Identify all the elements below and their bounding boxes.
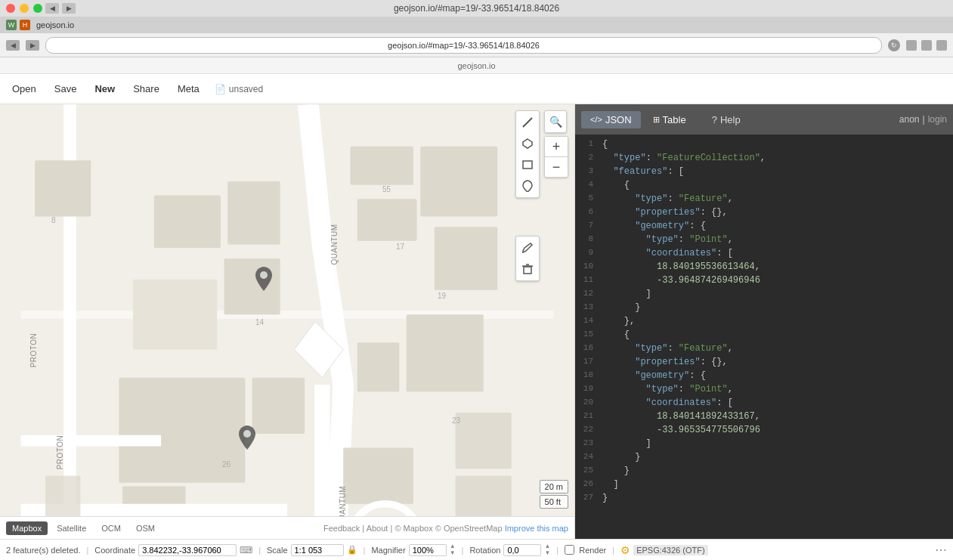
tab-satellite[interactable]: Satellite <box>51 521 92 535</box>
rotation-section: Rotation ▲ ▼ <box>469 543 550 556</box>
svg-rect-2 <box>35 160 91 216</box>
about-link[interactable]: About <box>367 524 388 533</box>
scale-bar-20m: 20 m <box>540 480 568 493</box>
help-icon: ? <box>712 114 717 125</box>
coordinate-icon: ⌨ <box>240 545 252 555</box>
json-line-5: 5 "type": "Feature", <box>575 192 953 206</box>
magnifier-up[interactable]: ▲ <box>450 543 456 549</box>
draw-tools <box>515 110 540 198</box>
login-link[interactable]: login <box>928 114 947 125</box>
map-num-8: 8 <box>51 216 56 224</box>
rotation-input[interactable] <box>503 544 541 556</box>
json-line-18: 18 "geometry": { <box>575 369 953 382</box>
draw-rectangle-button[interactable] <box>518 155 537 175</box>
map-bottom-bar: Mapbox Satellite OCM OSM Feedback | Abou… <box>0 516 574 539</box>
tab-table[interactable]: ⊞ Table <box>644 111 695 128</box>
minimize-button[interactable] <box>20 4 29 13</box>
tab-osm[interactable]: OSM <box>130 521 161 535</box>
magnifier-arrows[interactable]: ▲ ▼ <box>450 543 456 556</box>
json-line-21: 21 18.840141892433167, <box>575 410 953 423</box>
zoom-out-button[interactable]: − <box>545 157 568 177</box>
lock-icon: 🔒 <box>347 545 357 555</box>
magnifier-down[interactable]: ▼ <box>450 550 456 556</box>
download-icon[interactable] <box>921 40 932 51</box>
scale-input[interactable] <box>291 544 344 556</box>
maximize-button[interactable] <box>33 4 42 13</box>
window-controls[interactable] <box>6 4 42 13</box>
zoom-in-button[interactable]: + <box>545 137 568 156</box>
json-editor[interactable]: 1{2 "type": "FeatureCollection",3 "featu… <box>575 135 953 539</box>
status-bar: 2 feature(s) deleted. | Coordinate ⌨ | S… <box>0 539 953 560</box>
street-label-quantum: QUANTUM <box>330 224 339 265</box>
json-line-23: 23 ] <box>575 437 953 450</box>
nav-arrows[interactable]: ◀ ▶ <box>45 3 76 14</box>
reload-button[interactable]: ↻ <box>888 39 900 51</box>
rotation-arrows[interactable]: ▲ ▼ <box>544 543 550 556</box>
browser-forward[interactable]: ▶ <box>26 40 39 51</box>
map-num-55: 55 <box>382 185 391 193</box>
tab-label[interactable]: geojson.io <box>36 20 74 29</box>
svg-point-22 <box>260 271 268 279</box>
share-icon[interactable] <box>906 40 917 51</box>
render-checkbox[interactable] <box>565 545 574 555</box>
share-button[interactable]: Share <box>130 82 162 96</box>
draw-polygon-button[interactable] <box>518 134 537 153</box>
epsg-label[interactable]: EPSG:4326 (OTF) <box>633 545 707 555</box>
browser-back[interactable]: ◀ <box>6 40 20 51</box>
title-bar: ◀ ▶ geojson.io/#map=19/-33.96514/18.8402… <box>0 0 953 17</box>
map-search-button[interactable]: 🔍 <box>544 110 567 133</box>
map-num-14: 14 <box>255 318 264 326</box>
magnifier-input[interactable] <box>409 544 447 556</box>
open-button[interactable]: Open <box>9 82 39 96</box>
map-area[interactable]: QUANTUM PROTON PROTON QUANTUM QUANTUM 8 … <box>0 104 574 539</box>
delete-button[interactable] <box>518 259 537 279</box>
help-button[interactable]: ? Help <box>704 111 748 128</box>
map-marker-1[interactable] <box>255 267 272 293</box>
save-button[interactable]: Save <box>51 82 80 96</box>
more-button[interactable]: ⋯ <box>935 543 947 557</box>
coordinate-label: Coordinate <box>94 546 135 555</box>
new-tab-icon[interactable] <box>936 40 947 51</box>
back-button[interactable]: ◀ <box>45 3 59 14</box>
forward-button[interactable]: ▶ <box>62 3 76 14</box>
json-line-12: 12 ] <box>575 287 953 301</box>
close-button[interactable] <box>6 4 15 13</box>
table-tab-icon: ⊞ <box>653 115 660 125</box>
tab-mapbox[interactable]: Mapbox <box>6 521 48 535</box>
json-line-22: 22 -33.965354775506796 <box>575 423 953 437</box>
scale-label: Scale <box>267 546 288 555</box>
json-line-8: 8 "type": "Point", <box>575 233 953 246</box>
svg-rect-20 <box>456 413 512 469</box>
tab-ocm[interactable]: OCM <box>95 521 127 535</box>
url-bar[interactable]: geojson.io/#map=19/-33.96514/18.84026 <box>45 37 882 54</box>
render-label: Render <box>579 546 606 555</box>
draw-marker-button[interactable] <box>518 176 537 196</box>
json-line-24: 24 } <box>575 450 953 464</box>
table-tab-label: Table <box>663 114 686 125</box>
status-text: 2 feature(s) deleted. <box>6 546 80 555</box>
edit-button[interactable] <box>518 238 537 258</box>
tab-bar: W H geojson.io <box>0 17 953 33</box>
map-num-17: 17 <box>396 243 404 251</box>
file-icon: 📄 <box>215 84 226 94</box>
rotation-up[interactable]: ▲ <box>544 543 550 549</box>
new-button[interactable]: New <box>91 82 118 96</box>
svg-rect-6 <box>435 227 497 289</box>
rotation-down[interactable]: ▼ <box>544 550 550 556</box>
zoom-controls: + − <box>544 136 568 178</box>
tab-json[interactable]: </> JSON <box>581 111 641 128</box>
json-line-15: 15 { <box>575 328 953 342</box>
json-toolbar: </> JSON ⊞ Table ? Help anon | login <box>575 104 953 135</box>
json-line-1: 1{ <box>575 138 953 151</box>
geo-header: geojson.io <box>0 57 953 74</box>
json-line-11: 11 -33.964874269496946 <box>575 274 953 287</box>
improve-link[interactable]: Improve this map <box>505 524 568 533</box>
draw-line-button[interactable] <box>518 113 537 132</box>
login-section: anon | login <box>899 114 947 125</box>
meta-button[interactable]: Meta <box>175 82 203 96</box>
json-line-17: 17 "properties": {}, <box>575 355 953 369</box>
coordinate-input[interactable] <box>138 544 237 556</box>
feedback-link[interactable]: Feedback <box>323 524 360 533</box>
tab-icons: W H <box>6 20 30 30</box>
map-marker-2[interactable] <box>239 425 255 452</box>
